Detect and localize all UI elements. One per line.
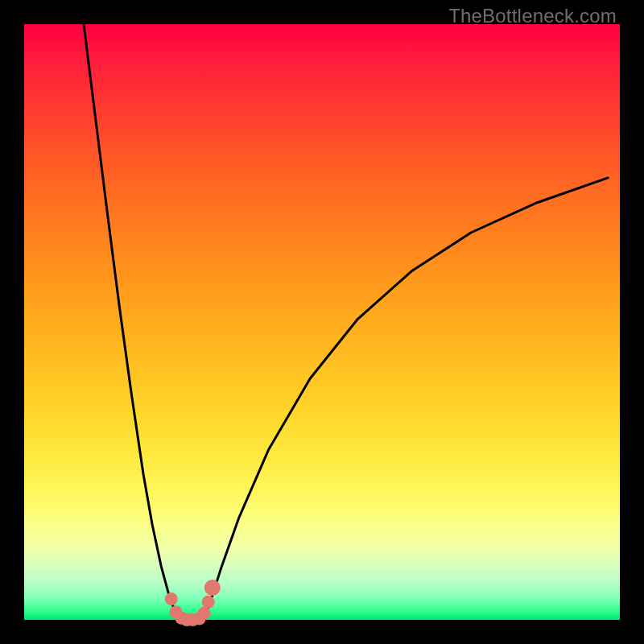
chart-frame: TheBottleneck.com <box>0 0 644 644</box>
curve-paths <box>84 24 608 620</box>
curve-right-branch <box>203 178 608 620</box>
highlight-dot <box>197 607 210 620</box>
highlight-dot <box>204 580 221 596</box>
plot-area <box>24 24 620 620</box>
curve-left-branch <box>84 24 183 620</box>
highlight-dot <box>202 596 215 609</box>
highlight-dots <box>165 580 221 626</box>
highlight-dot <box>165 592 178 605</box>
curve-layer <box>24 24 620 620</box>
